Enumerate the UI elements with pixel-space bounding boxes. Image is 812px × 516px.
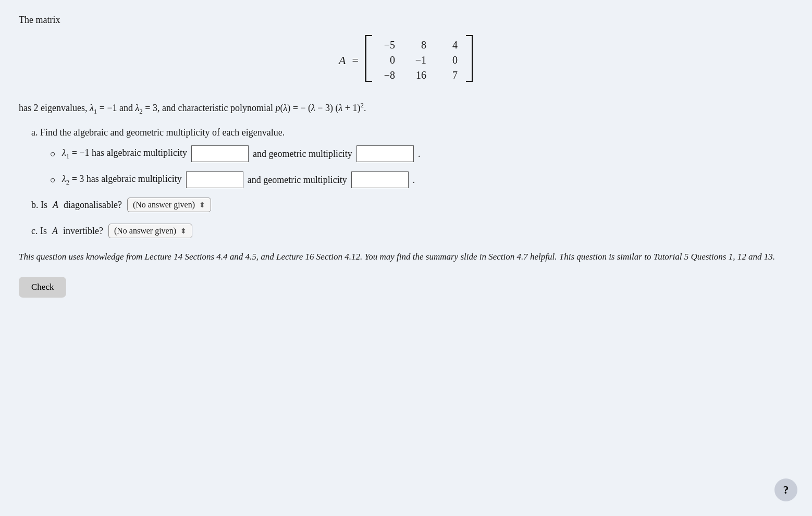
cell-0-0: −5 [380, 39, 395, 51]
part-c-label-prefix: c. Is [31, 226, 47, 237]
cell-1-0: 0 [380, 54, 395, 66]
bullet-1: ○ [50, 149, 56, 159]
part-a-text: a. Find the algebraic and geometric mult… [31, 127, 285, 138]
part-b-label-suffix: diagonalisable? [64, 200, 122, 211]
matrix-bracket-wrap: −5 8 4 0 −1 0 −8 16 7 [365, 35, 473, 85]
cell-0-1: 8 [412, 39, 426, 51]
cell-2-1: 16 [412, 69, 426, 81]
part-b-row: b. Is A diagonalisable? (No answer given… [31, 198, 793, 212]
help-button[interactable]: ? [774, 478, 797, 501]
eigenvalue-description: has 2 eigenvalues, λ1 = −1 and λ2 = 3, a… [19, 100, 793, 117]
matrix-grid: −5 8 4 0 −1 0 −8 16 7 [374, 35, 464, 85]
lambda2-middle: and geometric multiplicity [248, 175, 347, 186]
part-b-dropdown[interactable]: (No answer given) ⬍ [127, 198, 211, 212]
intro-label: The matrix [19, 15, 60, 25]
cell-2-2: 7 [443, 69, 458, 81]
bracket-left [365, 35, 372, 82]
lambda2-row: ○ λ2 = 3 has algebraic multiplicity and … [50, 171, 793, 188]
check-button[interactable]: Check [19, 277, 66, 298]
cell-0-2: 4 [443, 39, 458, 51]
cell-2-0: −8 [380, 69, 395, 81]
footnote: This question uses knowledge from Lectur… [19, 250, 793, 264]
intro-text: The matrix [19, 15, 793, 26]
part-c-dropdown[interactable]: (No answer given) ⬍ [108, 224, 192, 238]
lambda1-row: ○ λ1 = −1 has algebraic multiplicity and… [50, 145, 793, 162]
part-b-matrix-label: A [53, 200, 58, 211]
lambda2-suffix: . [413, 175, 415, 186]
bullet-2: ○ [50, 175, 56, 186]
bracket-right [466, 35, 473, 82]
part-c-matrix-label: A [52, 226, 58, 237]
equals-sign: = [352, 54, 359, 67]
cell-1-2: 0 [443, 54, 458, 66]
cell-1-1: −1 [412, 54, 426, 66]
part-c-dropdown-text: (No answer given) [114, 226, 176, 236]
part-c-dropdown-arrow: ⬍ [180, 227, 187, 236]
lambda1-middle: and geometric multiplicity [253, 149, 352, 159]
part-b-label-prefix: b. Is [31, 200, 47, 211]
lambda2-geometric-input[interactable] [351, 171, 409, 188]
part-c-label-suffix: invertible? [63, 226, 103, 237]
part-b-dropdown-arrow: ⬍ [199, 201, 205, 210]
matrix-label: A [339, 54, 346, 67]
lambda2-algebraic-input[interactable] [186, 171, 243, 188]
lambda1-prefix: λ1 = −1 has algebraic multiplicity [62, 148, 187, 161]
part-b-dropdown-text: (No answer given) [133, 200, 195, 210]
part-a-label: a. Find the algebraic and geometric mult… [31, 127, 793, 138]
matrix-section: A = −5 8 4 0 −1 0 −8 16 7 [19, 35, 793, 85]
matrix-equation: A = −5 8 4 0 −1 0 −8 16 7 [339, 35, 473, 85]
lambda1-geometric-input[interactable] [356, 145, 414, 162]
lambda1-algebraic-input[interactable] [191, 145, 249, 162]
footnote-text: This question uses knowledge from Lectur… [19, 252, 775, 262]
part-c-row: c. Is A invertible? (No answer given) ⬍ [31, 224, 793, 238]
lambda1-suffix: . [418, 149, 421, 159]
lambda2-prefix: λ2 = 3 has algebraic multiplicity [62, 174, 182, 187]
